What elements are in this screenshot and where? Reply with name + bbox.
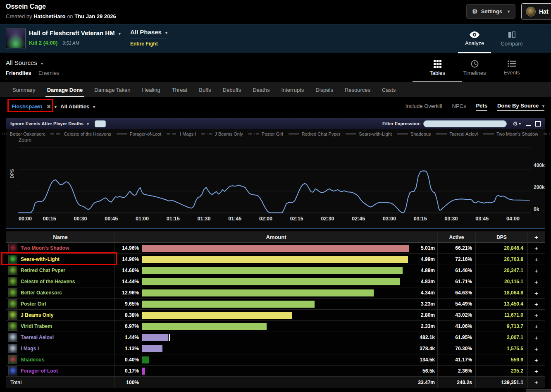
friendlies-toggle[interactable]: Friendlies — [6, 70, 31, 76]
col-header-name[interactable]: Name — [6, 232, 115, 242]
player-name-link[interactable]: Forager-of-Loot — [21, 368, 58, 374]
legend-item-j-beams-only[interactable]: J Beams Only — [201, 131, 243, 136]
filter-expression-input[interactable] — [423, 120, 507, 127]
expand-button[interactable]: + — [528, 343, 545, 354]
target-filter-dropdown[interactable]: Fleshspawn ✖ ▾ — [12, 103, 57, 110]
expand-button[interactable]: + — [528, 321, 545, 332]
player-name-link[interactable]: Retired Chat Pvper — [21, 268, 65, 273]
x-tick-label: 03:30 — [445, 216, 458, 222]
phase-selector[interactable]: All Phases ▾ — [130, 29, 167, 38]
ignore-deaths-toggle[interactable] — [95, 120, 106, 127]
legend-item-celeste-of-the-heavens[interactable]: Celeste of the Heavens — [50, 131, 111, 136]
legend-item-shadeous[interactable]: Shadeous — [397, 131, 431, 136]
legend-item-forager-of-loot[interactable]: Forager-of-Loot — [117, 131, 161, 136]
expand-button[interactable]: + — [528, 243, 545, 253]
expand-button[interactable]: + — [528, 299, 545, 309]
player-name-link[interactable]: Viridi Trabem — [21, 323, 52, 329]
table-row-i-mags-i: I Mags I1.13%378.4k70.30%1,575.5+ — [6, 343, 545, 354]
byline: Created by HatchetHaro on Thu Jan 29 202… — [6, 13, 116, 19]
dps-chart-svg[interactable]: 0k200k400k00:0000:1500:3000:4501:0001:15… — [6, 138, 545, 224]
col-header-amount[interactable]: Amount — [115, 232, 438, 242]
amount-value: 5.01m — [411, 245, 437, 251]
expand-button[interactable]: + — [528, 354, 545, 365]
menu-tab-deaths[interactable]: Deaths — [247, 82, 275, 97]
menu-tab-casts[interactable]: Casts — [376, 82, 401, 97]
menu-tab-healing[interactable]: Healing — [136, 82, 166, 97]
player-name-link[interactable]: Poster Girl — [21, 301, 46, 307]
legend-item-two-moon-s-shadow[interactable]: Two Moon's Shadow — [483, 131, 538, 136]
player-name-link[interactable]: Celeste of the Heavens — [21, 279, 75, 284]
tab-compare[interactable]: Compare — [493, 24, 530, 53]
byline-author[interactable]: HatchetHaro — [33, 13, 65, 19]
chevron-down-icon[interactable]: ▾ — [519, 122, 521, 126]
abilities-filter-dropdown[interactable]: All Abilities ▾ — [60, 103, 95, 110]
ignore-deaths-dropdown[interactable]: Ignore Events After Player Deaths ▾ — [10, 121, 89, 126]
legend-item-taereal-aelovi[interactable]: Taereal Aelovi — [436, 131, 478, 136]
player-name-link[interactable]: I Mags I — [21, 346, 39, 351]
menu-tab-interrupts[interactable]: Interrupts — [275, 82, 310, 97]
name-cell: Forager-of-Loot — [6, 366, 115, 376]
name-cell: Two Moon's Shadow — [6, 243, 115, 253]
expand-button[interactable]: + — [528, 287, 545, 298]
toggle-npcs[interactable]: NPCs — [452, 103, 466, 111]
expand-button[interactable]: + — [528, 332, 545, 343]
all-sources-selector[interactable]: All Sources ▾ — [6, 59, 43, 66]
col-header-dps[interactable]: DPS — [476, 232, 528, 242]
graph-settings-gear-icon[interactable]: ⚙ — [513, 120, 518, 127]
player-name-link[interactable]: Better Oakensorc — [21, 290, 62, 296]
player-name-link[interactable]: Taereal Aelovi — [21, 335, 54, 340]
active-cell: 72.16% — [438, 254, 476, 265]
fight-selector[interactable]: Hall of Fleshcraft Veteran HM ▾ — [29, 29, 121, 36]
maximize-icon[interactable] — [535, 121, 541, 127]
tab-events[interactable]: Events — [493, 53, 530, 82]
expand-button[interactable]: + — [528, 265, 545, 276]
toggle-include-overkill[interactable]: Include Overkill — [405, 103, 442, 111]
expand-button[interactable]: + — [528, 377, 545, 388]
chevron-down-icon: ▾ — [55, 105, 57, 109]
toggle-pets[interactable]: Pets — [476, 103, 487, 111]
done-by-source-dropdown[interactable]: Done By Source ▾ — [497, 103, 544, 111]
player-name-link[interactable]: Two Moon's Shadow — [21, 245, 69, 251]
player-name-link[interactable]: Shadeous — [21, 357, 44, 363]
chevron-down-icon: ▾ — [508, 9, 510, 14]
legend-item-viridi-trabem[interactable]: Viridi Trabem — [544, 131, 551, 136]
expand-button[interactable]: + — [528, 254, 545, 265]
minimize-icon[interactable] — [526, 125, 531, 126]
menu-tab-damage-taken[interactable]: Damage Taken — [88, 82, 136, 97]
table-header: Name Amount Active DPS + — [6, 232, 545, 243]
col-header-expand[interactable]: + — [528, 232, 545, 242]
corner-scroll-thumb[interactable] — [526, 389, 551, 392]
menu-tab-resources[interactable]: Resources — [339, 82, 376, 97]
remove-filter-icon[interactable]: ✖ — [47, 104, 51, 110]
menu-tab-summary[interactable]: Summary — [7, 82, 41, 97]
player-name-link[interactable]: J Beams Only — [21, 312, 53, 318]
menu-tab-threat[interactable]: Threat — [166, 82, 193, 97]
amount-value: 378.4k — [411, 346, 437, 351]
menu-tab-damage-done[interactable]: Damage Done — [41, 82, 89, 97]
legend-item-i-mags-i[interactable]: I Mags I — [167, 131, 196, 136]
legend-label: Shadeous — [410, 131, 431, 136]
legend-item-retired-chat-pvper[interactable]: Retired Chat Pvper — [289, 131, 341, 136]
tab-analyze[interactable]: Analyze — [456, 24, 493, 53]
player-name-link[interactable]: Sears-with-Light — [21, 256, 60, 262]
tab-tables[interactable]: Tables — [419, 53, 456, 82]
expand-button[interactable]: + — [528, 366, 545, 376]
enemies-toggle[interactable]: Enemies — [38, 70, 60, 76]
menu-tab-dispels[interactable]: Dispels — [310, 82, 339, 97]
x-tick-label: 03:15 — [414, 216, 427, 222]
menu-tab-buffs[interactable]: Buffs — [193, 82, 217, 97]
y-tick-label: 400k — [534, 163, 545, 168]
expand-button[interactable]: + — [528, 310, 545, 320]
amount-bar — [142, 289, 374, 296]
legend-item-sears-with-light[interactable]: Sears-with-Light — [346, 131, 391, 136]
legend-item-better-oakensorc[interactable]: Better Oakensorc — [0, 131, 45, 136]
menu-tab-debuffs[interactable]: Debuffs — [217, 82, 247, 97]
legend-item-poster-girl[interactable]: Poster Girl — [248, 131, 283, 136]
name-cell: Sears-with-Light — [6, 254, 115, 265]
tab-timelines[interactable]: Timelines — [456, 53, 493, 82]
user-button[interactable]: Hat — [521, 3, 551, 19]
col-header-active[interactable]: Active — [438, 232, 476, 242]
settings-button[interactable]: ⚙ Settings ▾ — [466, 4, 515, 19]
expand-button[interactable]: + — [528, 276, 545, 287]
page-title: Ossein Cage — [6, 3, 46, 10]
